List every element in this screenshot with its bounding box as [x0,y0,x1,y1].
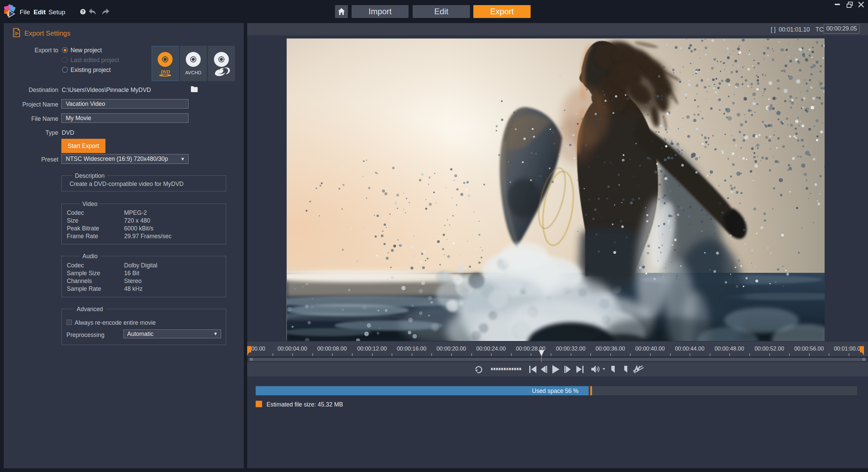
svg-text:?: ? [82,10,84,14]
svg-text:AVCHD: AVCHD [185,70,201,75]
svg-text:DVD: DVD [160,70,170,75]
